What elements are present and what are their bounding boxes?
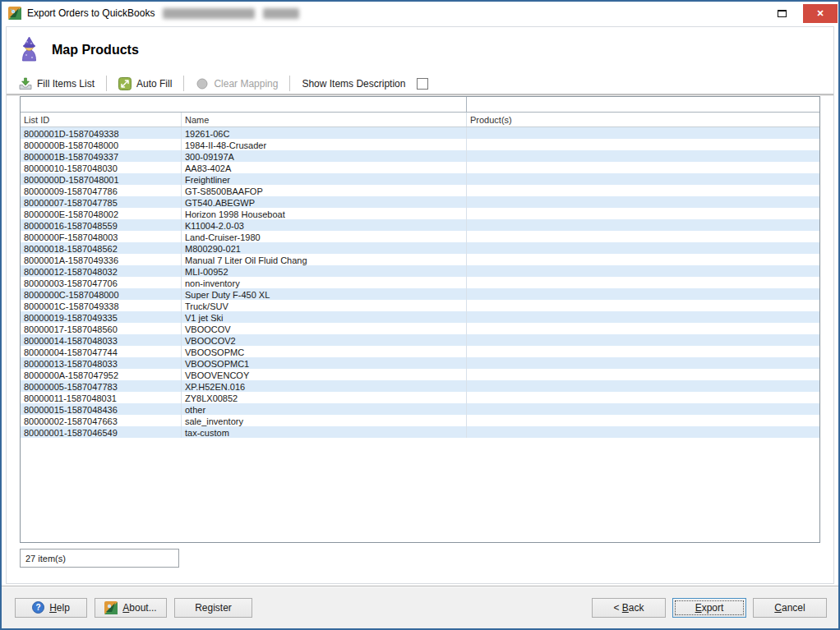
cell-name: MLI-00952: [182, 265, 467, 277]
cell-name: VBOOVENCOY: [182, 369, 467, 380]
table-row[interactable]: 80000011-1587048031ZY8LX00852: [21, 392, 819, 403]
cell-name: Land-Cruiser-1980: [182, 231, 467, 242]
cell-name: XP.H52EN.016: [182, 380, 467, 392]
fill-items-list-label: Fill Items List: [37, 78, 95, 90]
cell-list-id: 80000009-1587047786: [21, 185, 182, 196]
cell-products: [467, 300, 819, 311]
table-row[interactable]: 8000001C-1587049338Truck/SUV: [21, 300, 819, 311]
cell-list-id: 80000007-1587047785: [21, 196, 182, 208]
table-group-cell: [21, 97, 467, 112]
table-row[interactable]: 80000009-1587047786GT-S8500BAAFOP: [21, 185, 819, 196]
column-header-list-id[interactable]: List ID: [21, 113, 182, 126]
table-row[interactable]: 80000018-1587048562M800290-021: [21, 242, 819, 254]
fill-items-list-icon: [19, 77, 32, 90]
table-row[interactable]: 80000013-1587048033VBOOSOPMC1: [21, 357, 819, 369]
toolbar-separator: [183, 76, 184, 91]
cell-name: 1984-II-48-Crusader: [182, 139, 467, 150]
cell-list-id: 80000019-1587049335: [21, 311, 182, 323]
close-icon: ✕: [816, 8, 824, 19]
cell-name: VBOOCOV: [182, 323, 467, 334]
table-row[interactable]: 80000005-1587047783XP.H52EN.016: [21, 380, 819, 392]
table-row[interactable]: 80000010-1587048030AA83-402A: [21, 162, 819, 173]
mapping-table: List ID Name Product(s) 8000001D-1587049…: [20, 96, 820, 543]
table-row[interactable]: 8000000B-15870480001984-II-48-Crusader: [21, 139, 819, 150]
cell-list-id: 80000017-1587048560: [21, 323, 182, 334]
wizard-icon: [18, 37, 40, 63]
cell-products: [467, 392, 819, 403]
column-header-products[interactable]: Product(s): [467, 113, 819, 126]
cell-name: VBOOCOV2: [182, 334, 467, 346]
cell-name: V1 jet Ski: [182, 311, 467, 323]
auto-fill-button[interactable]: Auto Fill: [114, 76, 176, 92]
cell-list-id: 80000001-1587046549: [21, 426, 182, 438]
cell-products: [467, 208, 819, 219]
show-items-description-checkbox[interactable]: [417, 78, 428, 90]
auto-fill-label: Auto Fill: [136, 78, 172, 90]
wizard-header: Map Products: [7, 27, 833, 73]
right-button-group: < Back Export Cancel: [592, 598, 827, 618]
register-button[interactable]: Register: [174, 598, 252, 618]
table-row[interactable]: 80000019-1587049335V1 jet Ski: [21, 311, 819, 323]
table-row[interactable]: 8000001D-158704933819261-06C: [21, 127, 819, 139]
table-row[interactable]: 8000000E-1587048002Horizon 1998 Houseboa…: [21, 208, 819, 219]
show-items-description-label: Show Items Description: [302, 78, 405, 90]
table-row[interactable]: 80000002-1587047663sale_inventory: [21, 415, 819, 426]
cell-list-id: 80000010-1587048030: [21, 162, 182, 173]
cancel-button[interactable]: Cancel: [753, 598, 827, 618]
redacted-text: [263, 8, 299, 19]
show-items-description-toggle[interactable]: Show Items Description: [298, 76, 432, 91]
window-title: Export Orders to QuickBooks: [27, 7, 155, 19]
table-row[interactable]: 8000000F-1587048003Land-Cruiser-1980: [21, 231, 819, 242]
table-row[interactable]: 8000000A-1587047952VBOOVENCOY: [21, 369, 819, 380]
maximize-button[interactable]: [768, 2, 796, 25]
clear-mapping-button[interactable]: Clear Mapping: [192, 76, 282, 92]
table-row[interactable]: 80000012-1587048032MLI-00952: [21, 265, 819, 277]
cell-products: [467, 127, 819, 139]
export-label: Export: [695, 602, 724, 614]
svg-text:?: ?: [36, 603, 41, 612]
table-row[interactable]: 80000016-1587048559K11004-2.0-03: [21, 219, 819, 231]
table-row[interactable]: 80000014-1587048033VBOOCOV2: [21, 334, 819, 346]
help-button[interactable]: ? Help: [15, 598, 87, 618]
cell-list-id: 80000018-1587048562: [21, 242, 182, 254]
cell-name: M800290-021: [182, 242, 467, 254]
table-row[interactable]: 80000007-1587047785GT540.ABEGWP: [21, 196, 819, 208]
table-body: 8000001D-158704933819261-06C8000000B-158…: [21, 127, 819, 438]
cell-products: [467, 265, 819, 277]
cell-products: [467, 403, 819, 415]
mapping-table-container: List ID Name Product(s) 8000001D-1587049…: [20, 96, 820, 543]
cell-list-id: 8000000C-1587048000: [21, 288, 182, 300]
about-button[interactable]: About...: [95, 598, 167, 618]
cell-products: [467, 150, 819, 162]
cell-products: [467, 357, 819, 369]
table-row[interactable]: 80000015-1587048436other: [21, 403, 819, 415]
cell-name: GT-S8500BAAFOP: [182, 185, 467, 196]
table-row[interactable]: 8000000D-1587048001Freightliner: [21, 173, 819, 185]
cell-products: [467, 173, 819, 185]
back-label: < Back: [613, 602, 644, 614]
table-row[interactable]: 80000004-1587047744VBOOSOPMC: [21, 346, 819, 357]
maximize-icon: [778, 10, 787, 17]
close-button[interactable]: ✕: [803, 4, 838, 23]
column-header-name[interactable]: Name: [182, 113, 467, 126]
cell-list-id: 8000000F-1587048003: [21, 231, 182, 242]
table-row[interactable]: 80000001-1587046549tax-custom: [21, 426, 819, 438]
cell-name: 300-09197A: [182, 150, 467, 162]
dialog-window: Export Orders to QuickBooks ✕: [0, 0, 840, 630]
cell-list-id: 80000004-1587047744: [21, 346, 182, 357]
cell-name: Super Duty F-450 XL: [182, 288, 467, 300]
table-row[interactable]: 80000003-1587047706non-inventory: [21, 277, 819, 288]
cancel-label: Cancel: [774, 602, 805, 614]
table-row[interactable]: 8000001A-1587049336Manual 7 Liter Oil Fl…: [21, 254, 819, 265]
toolbar-separator: [106, 76, 107, 91]
cell-products: [467, 254, 819, 265]
cell-products: [467, 380, 819, 392]
back-button[interactable]: < Back: [592, 598, 666, 618]
page-title: Map Products: [52, 43, 139, 57]
fill-items-list-button[interactable]: Fill Items List: [15, 76, 99, 92]
cell-list-id: 80000014-1587048033: [21, 334, 182, 346]
export-button[interactable]: Export: [672, 598, 746, 618]
table-row[interactable]: 80000017-1587048560VBOOCOV: [21, 323, 819, 334]
table-row[interactable]: 8000000C-1587048000Super Duty F-450 XL: [21, 288, 819, 300]
table-row[interactable]: 8000001B-1587049337300-09197A: [21, 150, 819, 162]
